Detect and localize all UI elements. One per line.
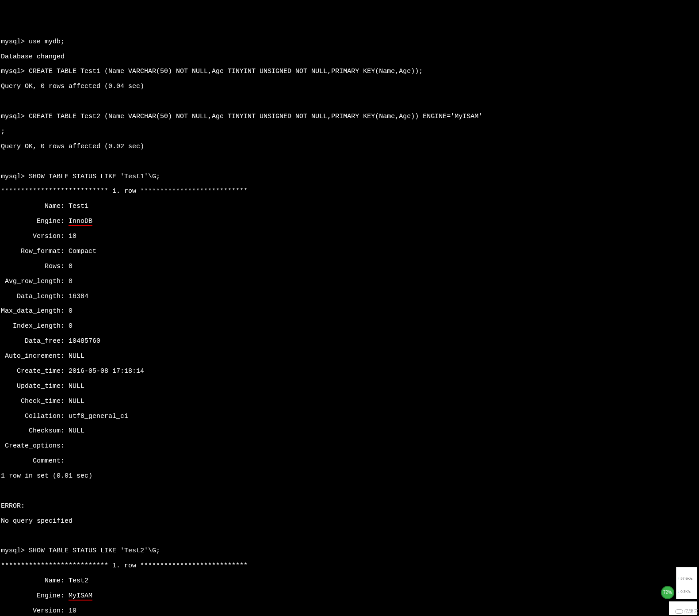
network-stats: 57.9K/s 0.3K/s (676, 567, 697, 599)
output-line: ; (1, 128, 698, 136)
output-line: Query OK, 0 rows affected (0.04 sec) (1, 83, 698, 91)
engine-highlight: MyISAM (69, 592, 92, 601)
field-row: Engine: MyISAM (1, 593, 698, 600)
cmd-line: mysql> use mydb; (1, 38, 698, 46)
blank-line (1, 533, 698, 540)
field-row: Comment: (1, 458, 698, 465)
field-row: Max_data_length: 0 (1, 308, 698, 315)
output-line: Query OK, 0 rows affected (0.02 sec) (1, 143, 698, 151)
blank-line (1, 158, 698, 166)
output-line: No query specified (1, 518, 698, 525)
field-row: Engine: InnoDB (1, 218, 698, 226)
error-line: ERROR: (1, 503, 698, 510)
blank-line (1, 98, 698, 106)
percent-badge: 72% (661, 586, 674, 599)
field-row: Data_free: 10485760 (1, 338, 698, 345)
field-row: Name: Test1 (1, 203, 698, 210)
watermark: 亿速云 (669, 601, 697, 615)
output-line: Database changed (1, 54, 698, 61)
field-row: Version: 10 (1, 233, 698, 241)
download-speed: 0.3K/s (678, 589, 695, 594)
field-row: Name: Test2 (1, 578, 698, 585)
field-row: Collation: utf8_general_ci (1, 413, 698, 421)
field-row: Index_length: 0 (1, 323, 698, 330)
row-header: *************************** 1. row *****… (1, 188, 698, 195)
row-header: *************************** 1. row *****… (1, 562, 698, 570)
field-row: Update_time: NULL (1, 383, 698, 390)
terminal[interactable]: mysql> use mydb; Database changed mysql>… (1, 31, 698, 616)
field-row: Checksum: NULL (1, 428, 698, 435)
cmd-line: mysql> SHOW TABLE STATUS LIKE 'Test1'\G; (1, 173, 698, 181)
cmd-line: mysql> SHOW TABLE STATUS LIKE 'Test2'\G; (1, 547, 698, 555)
field-row: Create_time: 2016-05-08 17:18:14 (1, 368, 698, 375)
output-line: 1 row in set (0.01 sec) (1, 473, 698, 480)
upload-speed: 57.9K/s (678, 577, 695, 581)
field-row: Row_format: Compact (1, 248, 698, 256)
field-row: Check_time: NULL (1, 398, 698, 406)
cmd-line: mysql> CREATE TABLE Test1 (Name VARCHAR(… (1, 68, 698, 76)
cmd-line: mysql> CREATE TABLE Test2 (Name VARCHAR(… (1, 113, 698, 121)
field-row: Version: 10 (1, 608, 698, 615)
field-row: Create_options: (1, 443, 698, 450)
field-row: Auto_increment: NULL (1, 353, 698, 360)
cloud-icon (675, 609, 683, 614)
blank-line (1, 488, 698, 495)
field-row: Data_length: 16384 (1, 293, 698, 301)
engine-highlight: InnoDB (69, 218, 92, 226)
field-row: Rows: 0 (1, 263, 698, 271)
field-row: Avg_row_length: 0 (1, 278, 698, 286)
